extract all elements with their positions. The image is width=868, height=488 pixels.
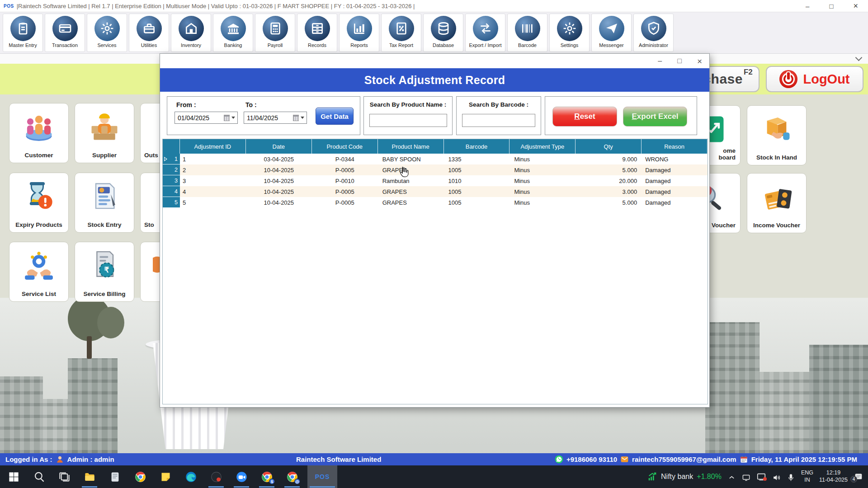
network-icon[interactable]	[742, 473, 750, 481]
toolbar-item-services[interactable]: Services	[87, 14, 127, 52]
cell-product-code[interactable]: P-0344	[312, 154, 378, 164]
cell-product-code[interactable]: P-0005	[312, 186, 378, 197]
home-tile-stock-entry[interactable]: Stock Entry	[75, 173, 134, 233]
reset-button[interactable]: Reset	[552, 107, 617, 127]
table-row[interactable]: 1103-04-2025P-0344BABY SPOON1335Minus9.0…	[163, 154, 708, 164]
home-tile-customer[interactable]: Customer	[9, 103, 69, 163]
home-tile-supplier[interactable]: Supplier	[75, 103, 134, 163]
toolbar-item-administrator[interactable]: Administrator	[633, 14, 674, 52]
home-tile-service-list[interactable]: Service List	[9, 242, 69, 302]
toolbar-item-utilities[interactable]: Utilities	[129, 14, 169, 52]
home-tile-stock-in-hand[interactable]: Stock In Hand	[747, 105, 807, 165]
column-header-date[interactable]: Date	[246, 139, 312, 154]
cell-reason[interactable]: Damaged	[642, 175, 708, 186]
home-tile-service-billing[interactable]: ₹Service Billing	[75, 242, 134, 302]
screen-share-icon[interactable]	[756, 472, 766, 482]
cell-qty[interactable]: 3.000	[576, 186, 642, 197]
cell-reason[interactable]: Damaged	[642, 186, 708, 197]
to-date-input[interactable]: 11/04/2025	[244, 112, 307, 124]
cell-date[interactable]: 10-04-2025	[246, 197, 312, 208]
home-tile-income-voucher[interactable]: Income Voucher	[747, 173, 807, 233]
search-barcode-input[interactable]	[462, 114, 535, 127]
cell-product-name[interactable]: GRAPES	[378, 186, 444, 197]
row-number-cell[interactable]: 5	[163, 197, 180, 208]
taskbar-app-notes-app[interactable]	[105, 465, 125, 488]
cell-date[interactable]: 10-04-2025	[246, 175, 312, 186]
column-header-qty[interactable]: Qty	[576, 139, 642, 154]
column-header-adjustment-type[interactable]: Adjustment Type	[509, 139, 576, 154]
logout-button[interactable]: LogOut	[766, 66, 863, 92]
contact-email[interactable]: raintech7559059967@gmail.com	[632, 455, 736, 463]
from-date-input[interactable]: 01/04/2025	[175, 112, 238, 124]
toolbar-item-messenger[interactable]: Messenger	[591, 14, 632, 52]
cell-barcode[interactable]: 1005	[444, 186, 510, 197]
microphone-icon[interactable]	[787, 473, 795, 481]
home-tile-expiry-products[interactable]: Expiry Products	[9, 173, 69, 233]
toolbar-item-reports[interactable]: Reports	[339, 14, 379, 52]
toolbar-item-settings[interactable]: Settings	[549, 14, 590, 52]
row-number-cell[interactable]: 2	[163, 164, 180, 175]
cell-product-name[interactable]: GRAPES	[378, 164, 444, 175]
search-product-input[interactable]	[369, 114, 447, 127]
cell-date[interactable]: 10-04-2025	[246, 186, 312, 197]
row-number-cell[interactable]: 1	[163, 154, 180, 164]
cell-qty[interactable]: 5.000	[576, 164, 642, 175]
dialog-close-button[interactable]: ×	[697, 57, 702, 66]
toolbar-item-inventory[interactable]: Inventory	[171, 14, 211, 52]
notification-center-icon[interactable]: 4	[854, 472, 863, 482]
contact-phone[interactable]: +9186060 93110	[566, 455, 617, 463]
cell-barcode[interactable]: 1010	[444, 175, 510, 186]
dropdown-caret-icon[interactable]	[231, 117, 235, 119]
toolbar-item-tax-report[interactable]: Tax Report	[381, 14, 421, 52]
toolbar-item-master-entry[interactable]: Master Entry	[3, 14, 43, 52]
cell-product-name[interactable]: Rambutan	[378, 175, 444, 186]
clock[interactable]: 12:19 11-04-2025	[819, 469, 848, 483]
taskbar-app-pos-app[interactable]: POS	[307, 465, 337, 488]
row-number-cell[interactable]: 4	[163, 186, 180, 197]
taskbar-app-sticky-notes[interactable]	[156, 465, 175, 488]
column-header-adjustment-id[interactable]: Adjustment ID	[180, 139, 246, 154]
table-row[interactable]: 5510-04-2025P-0005GRAPES1005Minus5.000Da…	[163, 197, 708, 208]
export-excel-button[interactable]: Export Excel	[623, 107, 687, 127]
cell-date[interactable]: 10-04-2025	[246, 164, 312, 175]
toolbar-item-payroll[interactable]: Payroll	[255, 14, 295, 52]
cell-adjustment-id[interactable]: 2	[180, 164, 246, 175]
cell-product-code[interactable]: P-0005	[312, 164, 378, 175]
cell-adjustment-id[interactable]: 4	[180, 186, 246, 197]
cell-reason[interactable]: WRONG	[642, 154, 708, 164]
toolbar-item-records[interactable]: Records	[297, 14, 337, 52]
taskbar-app-search[interactable]	[29, 465, 49, 488]
speaker-icon[interactable]	[772, 473, 781, 481]
cell-date[interactable]: 03-04-2025	[246, 154, 312, 164]
dialog-maximize-button[interactable]: □	[677, 57, 682, 65]
cell-adjustment-id[interactable]: 5	[180, 197, 246, 208]
maximize-button[interactable]: □	[829, 3, 833, 9]
cell-reason[interactable]: Damaged	[642, 164, 708, 175]
cell-adjustment-id[interactable]: 1	[180, 154, 246, 164]
toolbar-item-database[interactable]: Database	[423, 14, 463, 52]
cell-adjustment-type[interactable]: Minus	[509, 197, 576, 208]
taskbar-app-chrome[interactable]	[130, 465, 150, 488]
cell-adjustment-type[interactable]: Minus	[509, 154, 576, 164]
cell-adjustment-id[interactable]: 3	[180, 175, 246, 186]
chevron-down-icon[interactable]	[856, 55, 861, 61]
column-header-product-code[interactable]: Product Code	[312, 139, 378, 154]
taskbar-app-file-explorer[interactable]	[80, 465, 99, 488]
cell-qty[interactable]: 9.000	[576, 154, 642, 164]
cell-qty[interactable]: 5.000	[576, 197, 642, 208]
taskbar-app-chrome-profile-1[interactable]: $	[257, 465, 277, 488]
get-data-button[interactable]: Get Data	[316, 108, 354, 125]
toolbar-item-barcode[interactable]: Barcode	[507, 14, 547, 52]
dialog-minimize-button[interactable]: –	[658, 57, 662, 65]
minimize-button[interactable]: –	[806, 3, 809, 9]
taskbar-app-start[interactable]	[4, 465, 24, 488]
toolbar-item-transaction[interactable]: Transaction	[45, 14, 85, 52]
cell-barcode[interactable]: 1335	[444, 154, 510, 164]
cell-adjustment-type[interactable]: Minus	[509, 186, 576, 197]
cell-barcode[interactable]: 1005	[444, 164, 510, 175]
cell-reason[interactable]: Damaged	[642, 197, 708, 208]
table-row[interactable]: 3310-04-2025P-0010Rambutan1010Minus20.00…	[163, 175, 708, 186]
toolbar-item-export-import[interactable]: Export / Import	[465, 14, 505, 52]
chevron-up-icon[interactable]	[727, 473, 736, 481]
column-header-barcode[interactable]: Barcode	[444, 139, 510, 154]
